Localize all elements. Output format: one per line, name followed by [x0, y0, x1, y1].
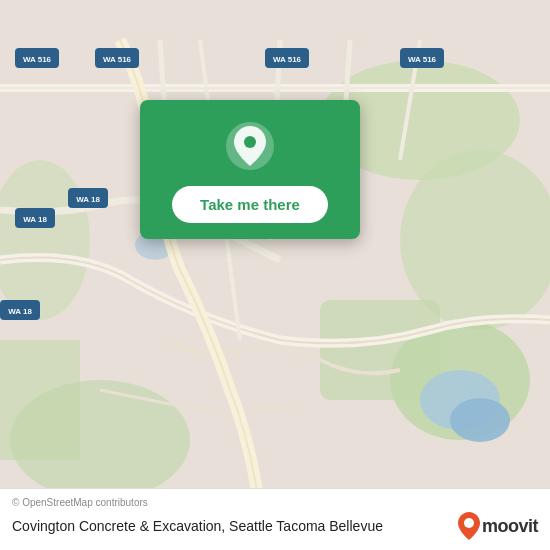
svg-text:WA 516: WA 516: [103, 55, 132, 64]
map-attribution: © OpenStreetMap contributors: [12, 497, 538, 508]
take-me-there-button[interactable]: Take me there: [172, 186, 328, 223]
svg-text:WA 516: WA 516: [23, 55, 52, 64]
bottom-content: Covington Concrete & Excavation, Seattle…: [12, 512, 538, 540]
map-container: WA 516 WA 516 WA 516 WA 516 WA 18 WA 18 …: [0, 0, 550, 550]
popup-card: Take me there: [140, 100, 360, 239]
svg-rect-7: [0, 340, 80, 460]
map-background: WA 516 WA 516 WA 516 WA 516 WA 18 WA 18 …: [0, 0, 550, 550]
bottom-bar: © OpenStreetMap contributors Covington C…: [0, 488, 550, 550]
svg-rect-4: [320, 300, 440, 400]
svg-text:WA 516: WA 516: [273, 55, 302, 64]
svg-text:WA 18: WA 18: [8, 307, 32, 316]
svg-point-34: [464, 518, 474, 528]
svg-point-33: [244, 136, 256, 148]
svg-text:WA 18: WA 18: [76, 195, 100, 204]
moovit-brand-text: moovit: [482, 516, 538, 537]
place-name: Covington Concrete & Excavation, Seattle…: [12, 518, 383, 534]
moovit-pin-icon: [458, 512, 480, 540]
svg-text:WA 18: WA 18: [23, 215, 47, 224]
svg-text:WA 516: WA 516: [408, 55, 437, 64]
svg-point-9: [450, 398, 510, 442]
moovit-logo: moovit: [458, 512, 538, 540]
location-pin-icon: [224, 120, 276, 172]
